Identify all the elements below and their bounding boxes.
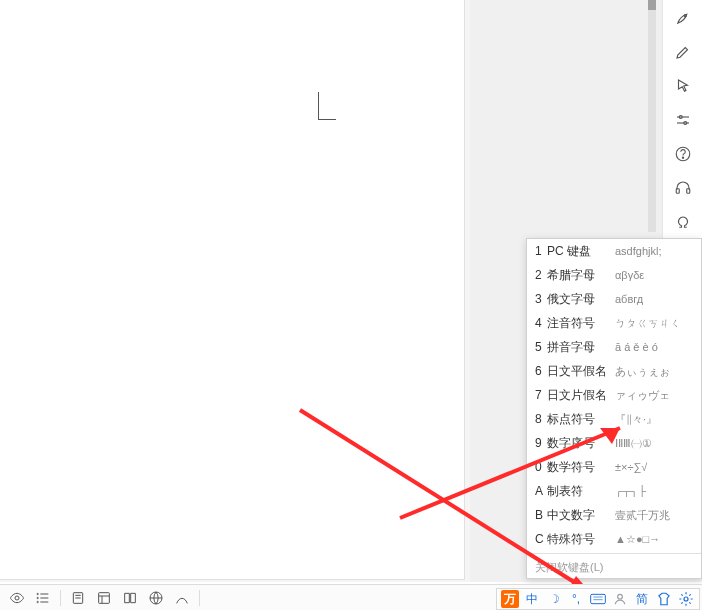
option-sample: asdfghjkl; xyxy=(615,245,661,257)
soft-keyboard-option[interactable]: 3俄文字母абвгд xyxy=(527,287,701,311)
option-label: 希腊字母 xyxy=(547,267,615,284)
pencil-icon[interactable] xyxy=(673,42,693,62)
option-key: 5 xyxy=(535,340,547,354)
ime-user-icon[interactable] xyxy=(611,590,629,608)
list-icon[interactable] xyxy=(34,589,52,607)
option-sample: абвгд xyxy=(615,293,643,305)
soft-keyboard-option[interactable]: 4注音符号ㄅㄆㄍㄎㄐㄑ xyxy=(527,311,701,335)
option-key: B xyxy=(535,508,547,522)
option-label: 日文平假名 xyxy=(547,363,615,380)
svg-point-18 xyxy=(37,597,38,598)
option-key: 1 xyxy=(535,244,547,258)
soft-keyboard-option[interactable]: C特殊符号▲☆●□→ xyxy=(527,527,701,551)
option-sample: ァィゥヴェ xyxy=(615,388,670,403)
help-icon[interactable] xyxy=(673,144,693,164)
soft-keyboard-option[interactable]: 6日文平假名あぃぅぇぉ xyxy=(527,359,701,383)
outline-view-icon[interactable] xyxy=(95,589,113,607)
soft-keyboard-option[interactable]: 9数字序号ⅠⅡⅢ㈠① xyxy=(527,431,701,455)
view-mode-group xyxy=(61,589,199,607)
soft-keyboard-menu: 1PC 键盘asdfghjkl;2希腊字母αβγδε3俄文字母абвгд4注音符… xyxy=(526,238,702,579)
sliders-icon[interactable] xyxy=(673,110,693,130)
option-label: 制表符 xyxy=(547,483,615,500)
option-sample: αβγδε xyxy=(615,269,644,281)
ime-punct-icon[interactable]: °, xyxy=(567,590,585,608)
ime-toolbar: 万 中 ☽ °, 简 xyxy=(496,588,700,610)
soft-keyboard-option[interactable]: 0数学符号±×÷∑√ xyxy=(527,455,701,479)
svg-rect-7 xyxy=(676,189,679,194)
editor-background xyxy=(0,0,470,582)
option-sample: ⅠⅡⅢ㈠① xyxy=(615,436,652,451)
page-view-icon[interactable] xyxy=(69,589,87,607)
option-sample: ┌┬┐├ xyxy=(615,485,646,497)
ime-brand-icon[interactable]: 万 xyxy=(501,590,519,608)
option-key: 9 xyxy=(535,436,547,450)
svg-point-32 xyxy=(684,597,688,601)
option-label: 特殊符号 xyxy=(547,531,615,548)
svg-rect-23 xyxy=(99,592,110,603)
option-key: C xyxy=(535,532,547,546)
text-cursor xyxy=(318,92,336,120)
svg-point-19 xyxy=(37,601,38,602)
ime-lang-toggle[interactable]: 中 xyxy=(523,590,541,608)
svg-rect-28 xyxy=(591,594,606,603)
soft-keyboard-option[interactable]: 7日文片假名ァィゥヴェ xyxy=(527,383,701,407)
option-label: 中文数字 xyxy=(547,507,615,524)
soft-keyboard-option[interactable]: A制表符┌┬┐├ xyxy=(527,479,701,503)
option-key: 3 xyxy=(535,292,547,306)
svg-point-6 xyxy=(682,157,683,158)
option-sample: ±×÷∑√ xyxy=(615,461,647,473)
option-label: 数学符号 xyxy=(547,459,615,476)
option-sample: 壹贰千万兆 xyxy=(615,508,670,523)
omega-icon[interactable] xyxy=(673,212,693,232)
option-sample: 『‖々·』 xyxy=(615,412,657,427)
draft-view-icon[interactable] xyxy=(173,589,191,607)
soft-keyboard-option[interactable]: 1PC 键盘asdfghjkl; xyxy=(527,239,701,263)
svg-point-13 xyxy=(15,596,19,600)
ime-moon-icon[interactable]: ☽ xyxy=(545,590,563,608)
option-key: 8 xyxy=(535,412,547,426)
scrollbar-thumb[interactable] xyxy=(648,0,656,10)
option-sample: ㄅㄆㄍㄎㄐㄑ xyxy=(615,316,681,331)
document-page[interactable] xyxy=(0,0,465,580)
option-key: 7 xyxy=(535,388,547,402)
option-label: 拼音字母 xyxy=(547,339,615,356)
option-label: 日文片假名 xyxy=(547,387,615,404)
ime-simplified-toggle[interactable]: 简 xyxy=(633,590,651,608)
cursor-icon[interactable] xyxy=(673,76,693,96)
svg-point-0 xyxy=(684,15,686,17)
right-tool-rail xyxy=(662,0,702,238)
option-sample: ▲☆●□→ xyxy=(615,533,660,546)
soft-keyboard-option[interactable]: 8标点符号『‖々·』 xyxy=(527,407,701,431)
option-label: 俄文字母 xyxy=(547,291,615,308)
menu-separator xyxy=(527,553,701,554)
ime-softkeyboard-icon[interactable] xyxy=(589,590,607,608)
option-key: 0 xyxy=(535,460,547,474)
option-label: 数字序号 xyxy=(547,435,615,452)
rocket-icon[interactable] xyxy=(673,8,693,28)
option-key: 4 xyxy=(535,316,547,330)
svg-point-31 xyxy=(618,594,623,599)
option-key: A xyxy=(535,484,547,498)
scrollbar-track[interactable] xyxy=(648,0,656,232)
svg-rect-8 xyxy=(686,189,689,194)
soft-keyboard-option[interactable]: 5拼音字母ā á ě è ó xyxy=(527,335,701,359)
option-label: 注音符号 xyxy=(547,315,615,332)
option-key: 2 xyxy=(535,268,547,282)
soft-keyboard-option[interactable]: B中文数字壹贰千万兆 xyxy=(527,503,701,527)
option-sample: あぃぅぇぉ xyxy=(615,364,670,379)
reading-view-icon[interactable] xyxy=(121,589,139,607)
option-sample: ā á ě è ó xyxy=(615,341,658,353)
option-key: 6 xyxy=(535,364,547,378)
web-view-icon[interactable] xyxy=(147,589,165,607)
headset-icon[interactable] xyxy=(673,178,693,198)
ime-skin-icon[interactable] xyxy=(655,590,673,608)
eye-icon[interactable] xyxy=(8,589,26,607)
option-label: PC 键盘 xyxy=(547,243,615,260)
svg-point-17 xyxy=(37,593,38,594)
menu-close-soft-keyboard[interactable]: 关闭软键盘(L) xyxy=(527,556,701,578)
ime-settings-icon[interactable] xyxy=(677,590,695,608)
soft-keyboard-option[interactable]: 2希腊字母αβγδε xyxy=(527,263,701,287)
option-label: 标点符号 xyxy=(547,411,615,428)
